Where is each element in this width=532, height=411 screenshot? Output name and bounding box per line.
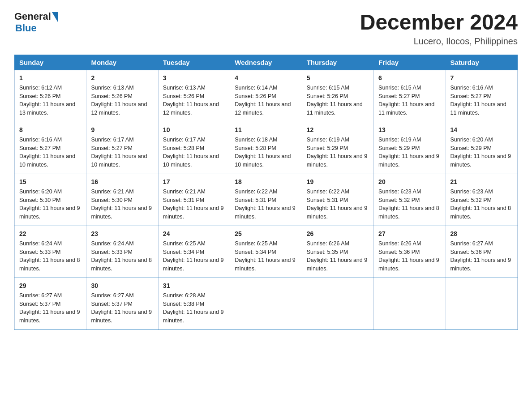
cell-info: Sunrise: 6:27 AMSunset: 5:36 PMDaylight:… [450,240,511,272]
calendar-week-row: 22 Sunrise: 6:24 AMSunset: 5:33 PMDaylig… [15,226,518,278]
calendar-cell: 29 Sunrise: 6:27 AMSunset: 5:37 PMDaylig… [15,278,86,330]
calendar-cell: 8 Sunrise: 6:16 AMSunset: 5:27 PMDayligh… [15,122,86,174]
day-number: 7 [450,73,513,83]
calendar-cell: 12 Sunrise: 6:19 AMSunset: 5:29 PMDaylig… [302,122,373,174]
cell-info: Sunrise: 6:19 AMSunset: 5:29 PMDaylight:… [378,137,439,168]
day-number: 22 [19,229,82,239]
cell-info: Sunrise: 6:25 AMSunset: 5:34 PMDaylight:… [235,240,296,272]
cell-info: Sunrise: 6:16 AMSunset: 5:27 PMDaylight:… [19,137,75,168]
header-cell-thursday: Thursday [302,55,373,70]
calendar-cell: 21 Sunrise: 6:23 AMSunset: 5:32 PMDaylig… [446,174,517,226]
logo-blue-text: Blue [15,22,37,34]
cell-info: Sunrise: 6:21 AMSunset: 5:30 PMDaylight:… [91,188,152,220]
calendar-week-row: 29 Sunrise: 6:27 AMSunset: 5:37 PMDaylig… [15,278,518,330]
calendar-cell: 17 Sunrise: 6:21 AMSunset: 5:31 PMDaylig… [158,174,230,226]
calendar-header: SundayMondayTuesdayWednesdayThursdayFrid… [15,55,518,70]
day-number: 23 [91,229,153,239]
header-cell-saturday: Saturday [446,55,517,70]
day-number: 27 [378,229,441,239]
calendar-cell: 13 Sunrise: 6:19 AMSunset: 5:29 PMDaylig… [374,122,446,174]
calendar-cell: 20 Sunrise: 6:23 AMSunset: 5:32 PMDaylig… [374,174,446,226]
calendar-cell: 9 Sunrise: 6:17 AMSunset: 5:27 PMDayligh… [86,122,158,174]
calendar-cell [302,278,373,330]
cell-info: Sunrise: 6:22 AMSunset: 5:31 PMDaylight:… [307,188,368,220]
cell-info: Sunrise: 6:21 AMSunset: 5:31 PMDaylight:… [163,188,224,220]
day-number: 14 [450,125,513,135]
header-cell-wednesday: Wednesday [230,55,302,70]
page-header: General Blue December 2024 Lucero, Iloco… [14,11,518,47]
day-number: 24 [163,229,225,239]
calendar-cell: 16 Sunrise: 6:21 AMSunset: 5:30 PMDaylig… [86,174,158,226]
calendar-cell: 4 Sunrise: 6:14 AMSunset: 5:26 PMDayligh… [230,70,302,122]
calendar-cell: 3 Sunrise: 6:13 AMSunset: 5:26 PMDayligh… [158,70,230,122]
cell-info: Sunrise: 6:26 AMSunset: 5:36 PMDaylight:… [378,240,439,272]
day-number: 28 [450,229,513,239]
calendar-cell: 2 Sunrise: 6:13 AMSunset: 5:26 PMDayligh… [86,70,158,122]
calendar-cell: 14 Sunrise: 6:20 AMSunset: 5:29 PMDaylig… [446,122,517,174]
day-number: 11 [235,125,297,135]
cell-info: Sunrise: 6:20 AMSunset: 5:30 PMDaylight:… [19,188,80,220]
day-number: 16 [91,177,153,187]
calendar-cell: 15 Sunrise: 6:20 AMSunset: 5:30 PMDaylig… [15,174,86,226]
day-number: 31 [163,281,225,291]
day-number: 15 [19,177,82,187]
cell-info: Sunrise: 6:18 AMSunset: 5:28 PMDaylight:… [235,137,291,168]
calendar-cell: 18 Sunrise: 6:22 AMSunset: 5:31 PMDaylig… [230,174,302,226]
calendar-table: SundayMondayTuesdayWednesdayThursdayFrid… [14,55,518,330]
header-cell-sunday: Sunday [15,55,86,70]
cell-info: Sunrise: 6:23 AMSunset: 5:32 PMDaylight:… [378,188,439,220]
month-title: December 2024 [360,11,518,34]
cell-info: Sunrise: 6:20 AMSunset: 5:29 PMDaylight:… [450,137,511,168]
day-number: 25 [235,229,297,239]
day-number: 3 [163,73,225,83]
day-number: 9 [91,125,153,135]
calendar-cell: 28 Sunrise: 6:27 AMSunset: 5:36 PMDaylig… [446,226,517,278]
calendar-cell [230,278,302,330]
calendar-cell: 26 Sunrise: 6:26 AMSunset: 5:35 PMDaylig… [302,226,373,278]
cell-info: Sunrise: 6:27 AMSunset: 5:37 PMDaylight:… [19,292,80,324]
day-number: 17 [163,177,225,187]
calendar-cell: 25 Sunrise: 6:25 AMSunset: 5:34 PMDaylig… [230,226,302,278]
calendar-cell [374,278,446,330]
calendar-cell: 10 Sunrise: 6:17 AMSunset: 5:28 PMDaylig… [158,122,230,174]
location-subtitle: Lucero, Ilocos, Philippines [360,36,518,47]
cell-info: Sunrise: 6:24 AMSunset: 5:33 PMDaylight:… [19,240,80,272]
calendar-cell: 11 Sunrise: 6:18 AMSunset: 5:28 PMDaylig… [230,122,302,174]
logo-general-text: General [14,11,51,22]
calendar-cell: 1 Sunrise: 6:12 AMSunset: 5:26 PMDayligh… [15,70,86,122]
calendar-cell: 19 Sunrise: 6:22 AMSunset: 5:31 PMDaylig… [302,174,373,226]
calendar-week-row: 15 Sunrise: 6:20 AMSunset: 5:30 PMDaylig… [15,174,518,226]
cell-info: Sunrise: 6:17 AMSunset: 5:27 PMDaylight:… [91,137,147,168]
day-number: 10 [163,125,225,135]
calendar-cell: 5 Sunrise: 6:15 AMSunset: 5:26 PMDayligh… [302,70,373,122]
cell-info: Sunrise: 6:12 AMSunset: 5:26 PMDaylight:… [19,85,75,116]
logo: General Blue [14,11,58,34]
calendar-cell: 27 Sunrise: 6:26 AMSunset: 5:36 PMDaylig… [374,226,446,278]
calendar-body: 1 Sunrise: 6:12 AMSunset: 5:26 PMDayligh… [15,70,518,330]
day-number: 6 [378,73,441,83]
day-number: 20 [378,177,441,187]
calendar-cell: 24 Sunrise: 6:25 AMSunset: 5:34 PMDaylig… [158,226,230,278]
cell-info: Sunrise: 6:26 AMSunset: 5:35 PMDaylight:… [307,240,368,272]
cell-info: Sunrise: 6:19 AMSunset: 5:29 PMDaylight:… [307,137,368,168]
header-cell-monday: Monday [86,55,158,70]
calendar-cell: 7 Sunrise: 6:16 AMSunset: 5:27 PMDayligh… [446,70,517,122]
calendar-cell: 6 Sunrise: 6:15 AMSunset: 5:27 PMDayligh… [374,70,446,122]
cell-info: Sunrise: 6:25 AMSunset: 5:34 PMDaylight:… [163,240,224,272]
day-number: 21 [450,177,513,187]
cell-info: Sunrise: 6:13 AMSunset: 5:26 PMDaylight:… [91,85,147,116]
header-cell-tuesday: Tuesday [158,55,230,70]
day-number: 4 [235,73,297,83]
calendar-cell: 30 Sunrise: 6:27 AMSunset: 5:37 PMDaylig… [86,278,158,330]
day-number: 12 [307,125,369,135]
cell-info: Sunrise: 6:22 AMSunset: 5:31 PMDaylight:… [235,188,296,220]
cell-info: Sunrise: 6:23 AMSunset: 5:32 PMDaylight:… [450,188,511,220]
day-number: 13 [378,125,441,135]
day-number: 29 [19,281,82,291]
cell-info: Sunrise: 6:13 AMSunset: 5:26 PMDaylight:… [163,85,219,116]
cell-info: Sunrise: 6:16 AMSunset: 5:27 PMDaylight:… [450,85,506,116]
cell-info: Sunrise: 6:17 AMSunset: 5:28 PMDaylight:… [163,137,219,168]
cell-info: Sunrise: 6:28 AMSunset: 5:38 PMDaylight:… [163,292,224,324]
calendar-week-row: 8 Sunrise: 6:16 AMSunset: 5:27 PMDayligh… [15,122,518,174]
header-row: SundayMondayTuesdayWednesdayThursdayFrid… [15,55,518,70]
